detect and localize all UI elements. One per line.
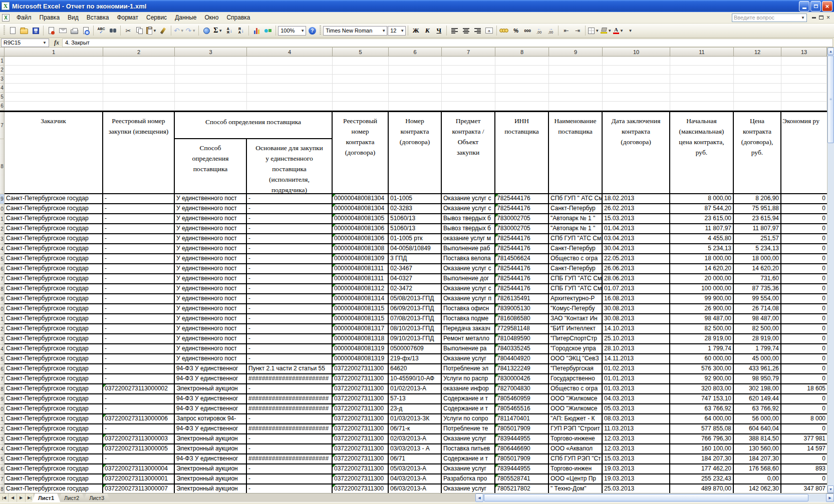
cell[interactable]: 302 198,00 [734,384,781,394]
column-header-11[interactable]: 11 [670,48,734,57]
cell[interactable]: Общество с огра [549,384,603,394]
cell[interactable]: 0372200273113000006 [103,414,175,424]
cell[interactable]: 0 [781,314,827,324]
cell[interactable]: 7805460959 [495,394,549,404]
cell[interactable]: 7839444955 [495,434,549,444]
cell[interactable]: 000000480081305 [333,214,389,224]
cell[interactable]: ######################## [247,454,333,464]
cell[interactable]: 11 807,97 [734,224,781,234]
cell[interactable]: ######################## [247,394,333,404]
cell[interactable] [5,57,103,66]
header-single-supplier-basis[interactable]: Основание для закупки у единственного по… [247,139,333,194]
header-initial-price[interactable]: Начальная (максимальная) цена контракта,… [670,112,734,194]
cell[interactable] [5,102,103,111]
cell[interactable]: 57-13 [389,394,442,404]
cell[interactable]: 037220027311300 [333,434,389,444]
cell[interactable] [442,102,495,111]
cell[interactable]: 489 870,00 [670,484,734,493]
cell[interactable]: 75 951,88 [734,204,781,214]
sheet-tab-list3[interactable]: Лист3 [83,493,110,502]
cell[interactable] [549,75,603,84]
cell[interactable] [333,66,389,75]
cell[interactable] [670,84,734,93]
cell[interactable]: Санкт-Петербургское государ [5,274,103,284]
row-header[interactable]: 6 [0,102,5,111]
cell[interactable]: 433 961,26 [734,364,781,374]
row-header[interactable]: 0 [0,304,5,314]
cell[interactable]: Санкт-Петербургское государ [5,354,103,364]
cell[interactable]: - [247,484,333,493]
cell[interactable]: 0 [781,234,827,244]
cell[interactable]: ГУП РЭП "Строит [549,424,603,434]
cell[interactable] [442,57,495,66]
cell[interactable]: Оказание услуг [442,354,495,364]
row-header[interactable]: 5 [0,93,5,102]
cell[interactable]: Поставка питьев [442,444,495,454]
cell[interactable] [389,84,442,93]
cell[interactable]: 7825444176 [495,274,549,284]
cell[interactable]: - [103,214,175,224]
cell[interactable]: ООО «Центр Пр [549,474,603,484]
cell[interactable]: 576 300,00 [670,364,734,374]
row-header[interactable]: 3 [0,334,5,344]
cell[interactable]: 0 [781,254,827,264]
column-header-4[interactable]: 4 [247,48,333,57]
cell[interactable]: 64 000,00 [670,414,734,424]
cell[interactable] [333,84,389,93]
horizontal-scroll-thumb[interactable] [484,494,808,501]
cell[interactable]: "Автопарк № 1 " [549,224,603,234]
cell[interactable]: 731,60 [734,274,781,284]
horizontal-scrollbar[interactable]: ◀ ▶ [475,493,834,502]
cell[interactable]: 20 000,00 [670,274,734,284]
cell[interactable]: У единственного пост [175,324,247,334]
cell[interactable]: - [247,344,333,354]
restore-button[interactable] [810,1,821,12]
cell[interactable]: 320 803,00 [670,384,734,394]
scroll-up-icon[interactable]: ▲ [827,48,834,55]
menu-item-вид[interactable]: Вид [64,13,83,23]
sort-ascending-button[interactable]: АЯ↓ [224,25,235,36]
cell[interactable]: Санкт-Петербургское государ [5,234,103,244]
cell[interactable]: 04/03/2013-А [389,474,442,484]
cell[interactable]: 184 207,30 [670,454,734,464]
column-header-13[interactable]: 13 [781,48,827,57]
cell[interactable]: 26.02.2013 [603,204,670,214]
sort-descending-button[interactable]: ЯА↓ [235,25,246,36]
cell[interactable]: 04-0058/10849 [389,244,442,254]
cell[interactable]: Санкт-Петербургское государ [5,224,103,234]
new-button[interactable] [7,25,18,36]
cell[interactable]: 16.08.2013 [603,294,670,304]
cell[interactable]: Санкт-Петербургское государ [5,304,103,314]
cell[interactable]: 0 [781,214,827,224]
column-header-10[interactable]: 10 [603,48,670,57]
cell[interactable]: Содержание и т [442,454,495,464]
cell[interactable]: 92 900,00 [670,374,734,384]
cell[interactable]: - [103,424,175,434]
print-preview-button[interactable] [80,25,91,36]
cell[interactable] [670,66,734,75]
cell[interactable]: Поставка велопа [442,254,495,264]
cell[interactable]: 377 981 [781,434,827,444]
cell[interactable]: - [247,434,333,444]
cell[interactable] [175,84,247,93]
cell[interactable]: 000000480081304 [333,194,389,204]
first-sheet-icon[interactable]: |◀ [0,493,9,502]
research-button[interactable] [107,25,118,36]
cell[interactable] [781,93,827,102]
cell[interactable]: - [103,404,175,414]
cell[interactable] [389,75,442,84]
undo-button[interactable]: ↶▼ [173,25,185,36]
cell[interactable]: Передача заказч [442,324,495,334]
cell[interactable]: 7840335245 [495,344,549,354]
cell[interactable]: 0372200273113000004 [103,464,175,474]
row-header[interactable]: 4 [0,444,5,454]
cell[interactable]: - [103,324,175,334]
cell[interactable]: Оказание услуг п [442,294,495,304]
cell[interactable]: Санкт-Петербургское государ [5,364,103,374]
cell[interactable]: 037220027311300 [333,424,389,434]
column-header-1[interactable]: 1 [5,48,103,57]
cell[interactable]: 0 [781,394,827,404]
menu-item-формат[interactable]: Формат [113,13,142,23]
cell[interactable]: Санкт-Петербургское государ [5,404,103,414]
row-header[interactable]: 6 [0,264,5,274]
